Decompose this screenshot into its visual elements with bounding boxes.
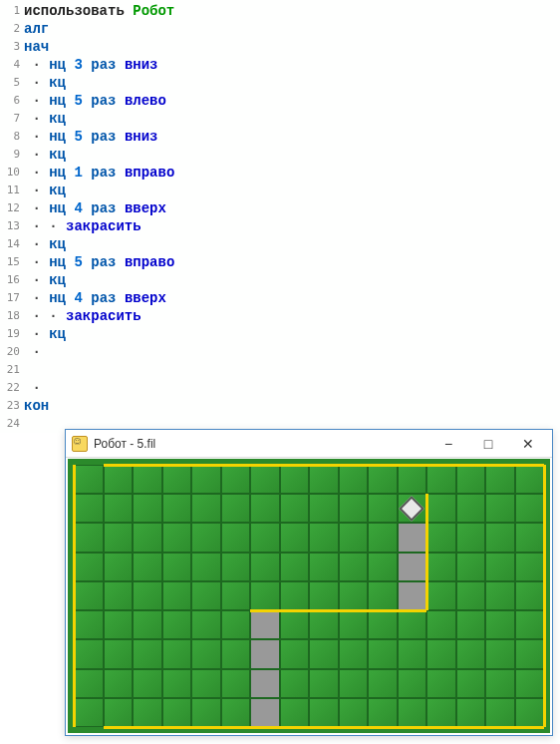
grid-cell — [456, 494, 486, 523]
grid-cell — [250, 581, 280, 610]
code-line[interactable]: · кц — [24, 271, 560, 289]
grid-cell — [368, 610, 398, 639]
code-line[interactable]: · · закрасить — [24, 307, 560, 325]
code-line[interactable]: · нц 1 раз вправо — [24, 164, 560, 182]
grid-cell — [162, 698, 192, 727]
code-line[interactable]: · кц — [24, 325, 560, 343]
grid-cell — [339, 698, 369, 727]
grid-cell — [456, 610, 486, 639]
code-line[interactable]: · — [24, 343, 560, 361]
grid-cell — [280, 553, 310, 581]
grid-cell — [398, 610, 427, 639]
code-line[interactable]: использовать Робот — [24, 2, 560, 20]
grid-cell — [74, 523, 104, 552]
code-line[interactable]: · нц 5 раз вправо — [24, 253, 560, 271]
grid-cell — [221, 465, 251, 494]
code-editor[interactable]: 123456789101112131415161718192021222324 … — [0, 0, 560, 433]
code-area[interactable]: использовать Роботалгнач · нц 3 раз вниз… — [24, 2, 560, 433]
grid-cell — [456, 698, 486, 727]
grid-cell — [309, 494, 339, 523]
robot-window: Робот - 5.fil − □ ✕ — [65, 429, 553, 736]
grid-cell — [191, 669, 221, 698]
grid-cell — [426, 523, 456, 552]
grid-cell — [133, 610, 162, 639]
grid-cell — [280, 610, 310, 639]
minimize-button[interactable]: − — [428, 432, 468, 456]
grid-cell — [309, 639, 339, 668]
code-line[interactable]: · кц — [24, 182, 560, 199]
wall — [104, 464, 545, 467]
maximize-button[interactable]: □ — [468, 432, 508, 456]
grid-cell — [339, 494, 369, 523]
grid-cell — [339, 465, 369, 494]
grid-cell — [398, 581, 427, 610]
grid-cell — [221, 639, 251, 668]
grid-cell — [515, 669, 545, 698]
grid-cell — [309, 553, 339, 581]
grid-cell — [515, 581, 545, 610]
grid-cell — [456, 523, 486, 552]
code-line[interactable] — [24, 361, 560, 379]
wall — [104, 726, 545, 729]
grid-cell — [74, 494, 104, 523]
grid-cell — [74, 698, 104, 727]
grid-cell — [221, 669, 251, 698]
grid-cell — [191, 698, 221, 727]
code-line[interactable]: кон — [24, 397, 560, 415]
code-line[interactable]: алг — [24, 20, 560, 38]
grid-cell — [162, 639, 192, 668]
grid-cell — [74, 610, 104, 639]
grid-area[interactable] — [68, 459, 550, 733]
grid-cell — [280, 669, 310, 698]
grid-cell — [250, 669, 280, 698]
grid-cell — [162, 465, 192, 494]
code-line[interactable]: · кц — [24, 235, 560, 253]
window-title: Робот - 5.fil — [94, 437, 428, 451]
grid-cell — [133, 523, 162, 552]
grid-cell — [515, 639, 545, 668]
wall — [73, 465, 76, 727]
grid-cell — [368, 523, 398, 552]
code-line[interactable]: · нц 4 раз вверх — [24, 199, 560, 217]
grid-cell — [456, 581, 486, 610]
grid-cell — [485, 610, 515, 639]
grid-cell — [250, 639, 280, 668]
code-line[interactable]: · нц 5 раз вниз — [24, 128, 560, 146]
grid-cell — [339, 669, 369, 698]
grid-cell — [104, 698, 134, 727]
grid-cell — [515, 698, 545, 727]
close-button[interactable]: ✕ — [508, 432, 548, 456]
grid-cell — [339, 610, 369, 639]
code-line[interactable]: нач — [24, 38, 560, 56]
grid-cell — [191, 553, 221, 581]
grid-cell — [309, 669, 339, 698]
grid-cell — [191, 465, 221, 494]
grid-cell — [250, 698, 280, 727]
grid-cell — [250, 494, 280, 523]
grid-cell — [191, 523, 221, 552]
code-line[interactable]: · кц — [24, 74, 560, 92]
grid-cell — [398, 553, 427, 581]
grid-cell — [426, 581, 456, 610]
grid-cell — [398, 523, 427, 552]
code-line[interactable]: · нц 5 раз влево — [24, 92, 560, 110]
wall — [250, 609, 426, 612]
grid-cell — [250, 553, 280, 581]
code-line[interactable]: · нц 3 раз вниз — [24, 56, 560, 74]
titlebar[interactable]: Робот - 5.fil − □ ✕ — [66, 430, 552, 458]
grid-cell — [133, 581, 162, 610]
grid-cell — [426, 494, 456, 523]
code-line[interactable]: · · закрасить — [24, 217, 560, 235]
grid-cell — [368, 581, 398, 610]
grid-cell — [162, 581, 192, 610]
grid-cell — [485, 523, 515, 552]
code-line[interactable]: · нц 4 раз вверх — [24, 289, 560, 307]
grid-cell — [162, 523, 192, 552]
grid-cell — [74, 581, 104, 610]
code-line[interactable]: · кц — [24, 110, 560, 128]
code-line[interactable]: · кц — [24, 146, 560, 164]
grid-cell — [339, 639, 369, 668]
grid-cell — [162, 494, 192, 523]
code-line[interactable]: · — [24, 379, 560, 397]
grid-cell — [221, 698, 251, 727]
